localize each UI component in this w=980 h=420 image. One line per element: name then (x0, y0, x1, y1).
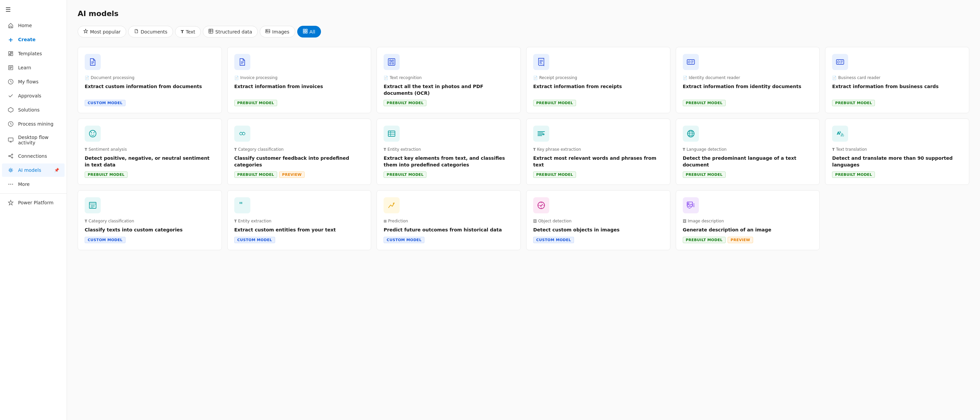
card-badges-text-recognition: PREBUILT MODEL (383, 100, 514, 106)
svg-rect-21 (303, 29, 305, 31)
hamburger-menu[interactable]: ☰ (0, 3, 67, 18)
card-title-invoice-processing: Extract information from invoices (234, 83, 364, 90)
sidebar-item-power-platform[interactable]: Power Platform (2, 196, 65, 209)
svg-rect-2 (11, 53, 13, 56)
card-icon-key-phrase (533, 126, 549, 142)
connections-icon (7, 153, 14, 160)
ai-models-grid: 📄 Document processing Extract custom inf… (78, 47, 969, 250)
card-icon-language-detection (683, 126, 699, 142)
card-text-classification[interactable]: T Category classification Classify texts… (78, 190, 222, 250)
card-title-language-detection: Detect the predominant language of a tex… (683, 155, 813, 168)
card-sentiment-analysis[interactable]: T Sentiment analysis Detect positive, ne… (78, 118, 222, 185)
card-category-label: Language detection (686, 147, 727, 152)
card-image-description[interactable]: 🖼 Image description Generate description… (676, 190, 820, 250)
filter-tab-images-label: Images (272, 29, 289, 35)
card-title-prediction: Predict future outcomes from historical … (383, 227, 514, 233)
card-category-text-classification: T Category classification (85, 219, 215, 224)
card-badges-receipt-processing: PREBUILT MODEL (533, 100, 663, 106)
card-badges-category-classification: PREBUILT MODELPREVIEW (234, 171, 364, 178)
filter-tab-text[interactable]: T Text (175, 26, 201, 38)
card-text-recognition[interactable]: T 📄 Text recognition Extract all the tex… (377, 47, 521, 113)
sidebar-item-home-label: Home (18, 23, 32, 28)
sidebar-item-approvals[interactable]: Approvals (2, 89, 65, 102)
card-category-label: Text translation (836, 147, 867, 152)
card-title-text-classification: Classify texts into custom categories (85, 227, 215, 233)
badge-prebuilt: PREBUILT MODEL (383, 171, 426, 178)
card-category-label: Object detection (538, 219, 572, 224)
card-badges-doc-processing: CUSTOM MODEL (85, 100, 215, 106)
filter-tab-all[interactable]: All (297, 26, 321, 38)
card-category-custom-entity-extraction: T Entity extraction (234, 219, 364, 224)
badge-prebuilt: PREBUILT MODEL (533, 100, 576, 106)
sidebar-item-solutions[interactable]: Solutions (2, 103, 65, 117)
more-icon (7, 181, 14, 188)
my-flows-icon (7, 78, 14, 85)
card-category-entity-extraction: T Entity extraction (383, 147, 514, 152)
card-badges-language-detection: PREBUILT MODEL (683, 171, 813, 178)
card-icon-text-translation: Aあ (832, 126, 848, 142)
svg-point-13 (10, 184, 11, 185)
badge-prebuilt: PREBUILT MODEL (683, 171, 725, 178)
sidebar-item-learn[interactable]: Learn (2, 61, 65, 74)
card-business-card[interactable]: 📄 Business card reader Extract informati… (825, 47, 969, 113)
svg-text:あ: あ (840, 133, 844, 137)
svg-rect-23 (303, 32, 305, 33)
card-invoice-processing[interactable]: 📄 Invoice processing Extract information… (227, 47, 372, 113)
card-language-detection[interactable]: T Language detection Detect the predomin… (676, 118, 820, 185)
badge-prebuilt: PREBUILT MODEL (533, 171, 576, 178)
sidebar-item-connections[interactable]: Connections (2, 149, 65, 163)
svg-point-8 (9, 155, 10, 157)
card-key-phrase[interactable]: T Key phrase extraction Extract most rel… (526, 118, 670, 185)
filter-tab-most-popular[interactable]: Most popular (78, 26, 126, 38)
card-category-label: Document processing (91, 75, 135, 80)
sidebar-item-more[interactable]: More (2, 177, 65, 191)
all-filter-icon (303, 29, 308, 35)
sidebar-item-process-mining[interactable]: Process mining (2, 117, 65, 131)
card-icon-custom-entity-extraction: " (234, 197, 250, 213)
sidebar-item-approvals-label: Approvals (18, 93, 41, 99)
card-icon-category-classification (234, 126, 250, 142)
filter-tab-structured-data[interactable]: Structured data (203, 26, 258, 38)
sidebar-item-templates[interactable]: Templates (2, 47, 65, 60)
card-entity-extraction[interactable]: T Entity extraction Extract key elements… (377, 118, 521, 185)
sidebar-item-ai-models-label: AI models (18, 168, 41, 173)
card-custom-entity-extraction[interactable]: " T Entity extraction Extract custom ent… (227, 190, 372, 250)
svg-point-9 (12, 154, 13, 155)
page-title: AI models (78, 10, 969, 18)
card-icon-sentiment-analysis (85, 126, 101, 142)
card-title-text-translation: Detect and translate more than 90 suppor… (832, 155, 962, 168)
filter-tab-all-label: All (310, 29, 315, 35)
sidebar-item-create-label: Create (18, 37, 35, 42)
sidebar-item-home[interactable]: Home (2, 19, 65, 32)
svg-marker-5 (8, 107, 13, 112)
filter-tab-documents[interactable]: Documents (128, 26, 173, 38)
images-filter-icon (266, 29, 270, 35)
ai-models-icon (7, 167, 14, 174)
card-doc-processing[interactable]: 📄 Document processing Extract custom inf… (78, 47, 222, 113)
sidebar-item-my-flows[interactable]: My flows (2, 75, 65, 88)
card-prediction[interactable]: ⊞ Prediction Predict future outcomes fro… (377, 190, 521, 250)
sidebar-item-desktop-flow[interactable]: Desktop flow activity (2, 131, 65, 149)
card-category-classification[interactable]: T Category classification Classify custo… (227, 118, 372, 185)
sidebar-item-create[interactable]: + Create (2, 33, 65, 46)
svg-point-20 (266, 30, 267, 31)
badge-prebuilt: PREBUILT MODEL (234, 171, 277, 178)
card-text-translation[interactable]: Aあ T Text translation Detect and transla… (825, 118, 969, 185)
filter-tab-documents-label: Documents (141, 29, 167, 35)
home-icon (7, 22, 14, 29)
text-filter-icon: T (181, 29, 184, 34)
sidebar-item-ai-models[interactable]: AI models 📌 (2, 163, 65, 177)
card-category-identity-doc: 📄 Identity document reader (683, 75, 813, 80)
badge-preview: PREVIEW (728, 237, 753, 243)
card-badges-image-description: PREBUILT MODELPREVIEW (683, 237, 813, 243)
card-category-label: Entity extraction (388, 147, 421, 152)
card-identity-doc[interactable]: 📄 Identity document reader Extract infor… (676, 47, 820, 113)
card-badges-business-card: PREBUILT MODEL (832, 100, 962, 106)
card-icon-object-detection (533, 197, 549, 213)
filter-tab-images[interactable]: Images (260, 26, 295, 38)
card-badges-object-detection: CUSTOM MODEL (533, 237, 663, 243)
card-receipt-processing[interactable]: 📄 Receipt processing Extract information… (526, 47, 670, 113)
card-object-detection[interactable]: 🖼 Object detection Detect custom objects… (526, 190, 670, 250)
filter-tab-most-popular-label: Most popular (90, 29, 121, 35)
card-category-object-detection: 🖼 Object detection (533, 219, 663, 224)
